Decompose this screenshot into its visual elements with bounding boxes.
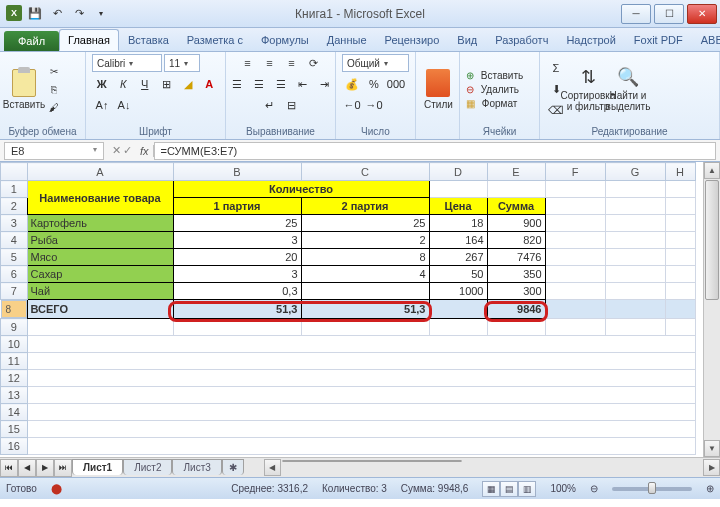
wrap-text-icon[interactable]: ↵: [260, 96, 280, 114]
merge-icon[interactable]: ⊟: [282, 96, 302, 114]
zoom-slider[interactable]: [612, 487, 692, 491]
percent-icon[interactable]: %: [364, 75, 384, 93]
format-painter-icon[interactable]: 🖌: [46, 99, 62, 115]
minimize-button[interactable]: ─: [621, 4, 651, 24]
zoom-out-button[interactable]: ⊖: [590, 483, 598, 494]
font-name-select[interactable]: Calibri▾: [92, 54, 162, 72]
tab-layout[interactable]: Разметка с: [178, 29, 252, 51]
sheet-nav-first-icon[interactable]: ⏮: [0, 459, 18, 477]
cell[interactable]: Сумма: [487, 198, 545, 215]
zoom-level[interactable]: 100%: [550, 483, 576, 494]
view-normal-icon[interactable]: ▦: [482, 481, 500, 497]
tab-view[interactable]: Вид: [448, 29, 486, 51]
sheet-nav-last-icon[interactable]: ⏭: [54, 459, 72, 477]
cell[interactable]: Количество: [173, 181, 429, 198]
orientation-icon[interactable]: ⟳: [304, 54, 324, 72]
view-pagebreak-icon[interactable]: ▥: [518, 481, 536, 497]
row-header[interactable]: 1: [1, 181, 28, 198]
qat-dropdown-icon[interactable]: ▾: [92, 5, 110, 23]
active-cell[interactable]: 9846: [487, 300, 545, 319]
fx-icon[interactable]: fx: [136, 145, 154, 157]
align-center-icon[interactable]: ☰: [249, 75, 269, 93]
tab-formulas[interactable]: Формулы: [252, 29, 318, 51]
cancel-formula-icon[interactable]: ✕: [112, 144, 121, 157]
col-header[interactable]: E: [487, 163, 545, 181]
cell[interactable]: 1 партия: [173, 198, 301, 215]
fill-color-button[interactable]: ◢: [178, 75, 198, 93]
qat-undo-icon[interactable]: ↶: [48, 5, 66, 23]
autosum-icon[interactable]: Σ: [546, 59, 566, 77]
name-box[interactable]: E8▾: [4, 142, 104, 160]
close-button[interactable]: ✕: [687, 4, 717, 24]
format-cells-button[interactable]: ▦ Формат: [466, 98, 523, 109]
copy-icon[interactable]: ⎘: [46, 81, 62, 97]
tab-abbyy[interactable]: ABBYY PDF: [692, 29, 720, 51]
new-sheet-button[interactable]: ✱: [222, 459, 244, 475]
col-header[interactable]: A: [27, 163, 173, 181]
find-select-button[interactable]: 🔍 Найти и выделить: [610, 64, 646, 114]
insert-cells-button[interactable]: ⊕ Вставить: [466, 70, 523, 81]
col-header[interactable]: D: [429, 163, 487, 181]
styles-button[interactable]: Стили: [422, 67, 455, 112]
font-color-button[interactable]: A: [200, 75, 220, 93]
increase-font-icon[interactable]: A↑: [92, 96, 112, 114]
scroll-thumb[interactable]: [282, 460, 462, 462]
tab-foxit[interactable]: Foxit PDF: [625, 29, 692, 51]
indent-increase-icon[interactable]: ⇥: [315, 75, 335, 93]
cell[interactable]: Наименование товара: [27, 181, 173, 215]
align-bottom-icon[interactable]: ≡: [282, 54, 302, 72]
align-right-icon[interactable]: ☰: [271, 75, 291, 93]
font-size-select[interactable]: 11▾: [164, 54, 200, 72]
macro-record-icon[interactable]: ⬤: [51, 483, 62, 494]
paste-button[interactable]: Вставить: [6, 67, 42, 112]
col-header[interactable]: G: [605, 163, 665, 181]
maximize-button[interactable]: ☐: [654, 4, 684, 24]
tab-addins[interactable]: Надстрой: [557, 29, 624, 51]
col-header[interactable]: H: [665, 163, 695, 181]
tab-data[interactable]: Данные: [318, 29, 376, 51]
align-top-icon[interactable]: ≡: [238, 54, 258, 72]
col-header[interactable]: B: [173, 163, 301, 181]
scroll-right-icon[interactable]: ▶: [703, 459, 720, 476]
decrease-decimal-icon[interactable]: →0: [364, 96, 384, 114]
col-header[interactable]: F: [545, 163, 605, 181]
cell[interactable]: 2 партия: [301, 198, 429, 215]
tab-developer[interactable]: Разработч: [486, 29, 557, 51]
zoom-thumb[interactable]: [648, 482, 656, 494]
align-middle-icon[interactable]: ≡: [260, 54, 280, 72]
indent-decrease-icon[interactable]: ⇤: [293, 75, 313, 93]
scroll-down-icon[interactable]: ▼: [704, 440, 720, 457]
tab-home[interactable]: Главная: [59, 29, 119, 51]
sort-filter-button[interactable]: ⇅ Сортировка и фильтр: [570, 64, 606, 114]
sheet-nav-prev-icon[interactable]: ◀: [18, 459, 36, 477]
cell[interactable]: Цена: [429, 198, 487, 215]
increase-decimal-icon[interactable]: ←0: [342, 96, 362, 114]
vertical-scrollbar[interactable]: ▲ ▼: [703, 162, 720, 457]
horizontal-scrollbar[interactable]: ◀ ▶: [264, 459, 720, 476]
decrease-font-icon[interactable]: A↓: [114, 96, 134, 114]
sheet-tab[interactable]: Лист1: [72, 459, 123, 475]
view-layout-icon[interactable]: ▤: [500, 481, 518, 497]
bold-button[interactable]: Ж: [92, 75, 112, 93]
select-all-corner[interactable]: [1, 163, 28, 181]
border-button[interactable]: ⊞: [157, 75, 177, 93]
currency-icon[interactable]: 💰: [342, 75, 362, 93]
delete-cells-button[interactable]: ⊖ Удалить: [466, 84, 523, 95]
number-format-select[interactable]: Общий▾: [342, 54, 409, 72]
tab-insert[interactable]: Вставка: [119, 29, 178, 51]
scroll-left-icon[interactable]: ◀: [264, 459, 281, 476]
sheet-nav-next-icon[interactable]: ▶: [36, 459, 54, 477]
enter-formula-icon[interactable]: ✓: [123, 144, 132, 157]
zoom-in-button[interactable]: ⊕: [706, 483, 714, 494]
italic-button[interactable]: К: [114, 75, 134, 93]
col-header[interactable]: C: [301, 163, 429, 181]
align-left-icon[interactable]: ☰: [227, 75, 247, 93]
underline-button[interactable]: Ч: [135, 75, 155, 93]
formula-input[interactable]: =СУММ(E3:E7): [154, 142, 716, 160]
sheet-tab[interactable]: Лист3: [172, 459, 221, 475]
scroll-thumb[interactable]: [705, 180, 719, 300]
sheet-tab[interactable]: Лист2: [123, 459, 172, 475]
qat-redo-icon[interactable]: ↷: [70, 5, 88, 23]
row-header[interactable]: 2: [1, 198, 28, 215]
scroll-up-icon[interactable]: ▲: [704, 162, 720, 179]
